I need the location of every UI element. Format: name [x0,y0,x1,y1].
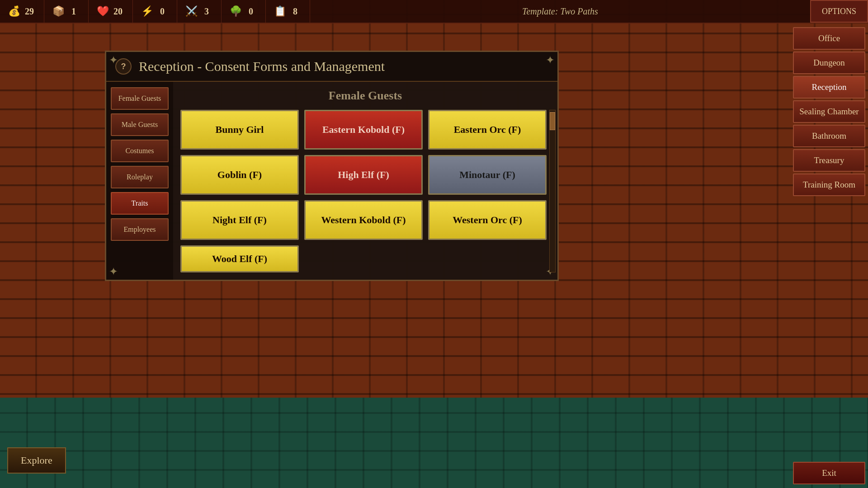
right-sidebar: OfficeDungeonReceptionSealing ChamberBat… [790,23,868,488]
scroll-value: 8 [289,6,302,17]
tree-value: 0 [245,6,257,17]
sidebar-btn-dungeon[interactable]: Dungeon [793,52,865,74]
guest-btn-eastern-orc-f[interactable]: Eastern Orc (F) [428,110,547,150]
template-label: Template: Two Paths [310,6,810,17]
guest-grid: Bunny GirlEastern Kobold (F)Eastern Orc … [180,110,550,272]
modal-nav-traits[interactable]: Traits [111,192,169,215]
guest-btn-western-kobold-f[interactable]: Western Kobold (F) [304,200,423,240]
sidebar-btn-sealing-chamber[interactable]: Sealing Chamber [793,100,865,123]
stat-gold: 💰 29 [0,0,44,23]
corner-decoration-tr: ✦ [546,55,555,66]
stat-scroll: 📋 8 [266,0,310,23]
sidebar-btn-training-room[interactable]: Training Room [793,174,865,196]
explore-button[interactable]: Explore [7,447,66,474]
top-bar: 💰 29 📦 1 ❤️ 20 ⚡ 0 ⚔️ 3 🌳 0 📋 8 Template… [0,0,868,23]
modal-nav-costumes[interactable]: Costumes [111,140,169,162]
guest-btn-eastern-kobold-f[interactable]: Eastern Kobold (F) [304,110,423,150]
modal-header: ? Reception - Consent Forms and Manageme… [106,52,557,82]
gold-icon: 💰 [8,6,20,16]
sidebar-btn-treasury[interactable]: Treasury [793,149,865,172]
modal-content: Female Guests Bunny GirlEastern Kobold (… [173,82,557,280]
stat-heart: ❤️ 20 [89,0,133,23]
stat-energy: ⚡ 0 [133,0,177,23]
stat-chest: 📦 1 [44,0,89,23]
chest-value: 1 [67,6,80,17]
guest-btn-night-elf-f[interactable]: Night Elf (F) [180,200,299,240]
guest-btn-wood-elf-f[interactable]: Wood Elf (F) [180,245,299,272]
sidebar-btn-bathroom[interactable]: Bathroom [793,125,865,147]
scrollbar-thumb[interactable] [550,112,555,130]
background-floor [0,398,868,488]
guest-btn-goblin-f[interactable]: Goblin (F) [180,155,299,195]
chest-icon: 📦 [52,6,65,16]
stat-sword: ⚔️ 3 [177,0,222,23]
guest-btn-western-orc-f[interactable]: Western Orc (F) [428,200,547,240]
gold-value: 29 [23,6,36,17]
modal-nav: Female GuestsMale GuestsCostumesRoleplay… [106,82,173,280]
scrollbar-track[interactable] [549,110,556,272]
sword-value: 3 [200,6,213,17]
modal-body: Female GuestsMale GuestsCostumesRoleplay… [106,82,557,280]
heart-icon: ❤️ [97,6,109,16]
modal-nav-employees[interactable]: Employees [111,218,169,241]
exit-button[interactable]: Exit [793,462,865,484]
modal-nav-female-guests[interactable]: Female Guests [111,87,169,110]
modal-panel: ✦ ✦ ✦ ✦ ? Reception - Consent Forms and … [105,51,559,281]
section-title: Female Guests [180,89,550,103]
energy-icon: ⚡ [141,6,153,16]
energy-value: 0 [156,6,169,17]
tree-icon: 🌳 [230,6,242,16]
modal-nav-roleplay[interactable]: Roleplay [111,166,169,188]
guest-btn-high-elf-f[interactable]: High Elf (F) [304,155,423,195]
options-button[interactable]: OPTIONS [810,0,868,23]
sidebar-btn-office[interactable]: Office [793,27,865,50]
guest-btn-bunny-girl[interactable]: Bunny Girl [180,110,299,150]
heart-value: 20 [112,6,124,17]
sword-icon: ⚔️ [185,6,198,16]
corner-decoration-bl: ✦ [109,266,118,277]
sidebar-btn-reception[interactable]: Reception [793,76,865,99]
corner-decoration-tl: ✦ [109,55,118,66]
scroll-icon: 📋 [274,6,286,16]
guest-btn-minotaur-f[interactable]: Minotaur (F) [428,155,547,195]
modal-title: Reception - Consent Forms and Management [139,59,385,74]
modal-nav-male-guests[interactable]: Male Guests [111,113,169,136]
stat-tree: 🌳 0 [222,0,266,23]
